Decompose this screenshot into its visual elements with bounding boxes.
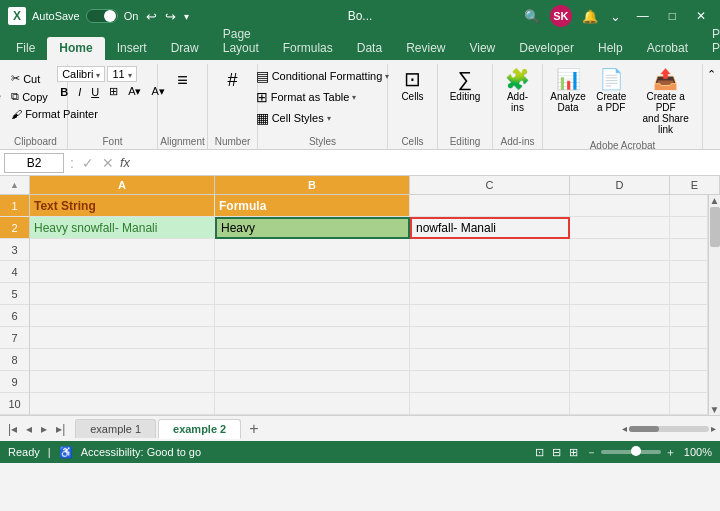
cell-b4[interactable] xyxy=(215,261,410,283)
cell-b7[interactable] xyxy=(215,327,410,349)
tab-file[interactable]: File xyxy=(4,37,47,60)
cell-e4[interactable] xyxy=(670,261,708,283)
minimize-button[interactable]: — xyxy=(631,9,655,23)
more-quick-access[interactable]: ▾ xyxy=(182,9,191,24)
col-header-a[interactable]: A xyxy=(30,176,215,194)
cell-d2[interactable] xyxy=(570,217,670,239)
cell-a9[interactable] xyxy=(30,371,215,393)
cell-e10[interactable] xyxy=(670,393,708,415)
cell-d1[interactable] xyxy=(570,195,670,217)
cell-a10[interactable] xyxy=(30,393,215,415)
autosave-toggle[interactable] xyxy=(86,9,118,23)
cell-b10[interactable] xyxy=(215,393,410,415)
redo-icon[interactable]: ↪ xyxy=(163,7,178,26)
underline-button[interactable]: U xyxy=(88,85,102,99)
sheet-nav-next[interactable]: ▸ xyxy=(37,420,51,438)
cell-a7[interactable] xyxy=(30,327,215,349)
cell-d6[interactable] xyxy=(570,305,670,327)
cell-e3[interactable] xyxy=(670,239,708,261)
sheet-nav-first[interactable]: |◂ xyxy=(4,420,21,438)
cell-a5[interactable] xyxy=(30,283,215,305)
font-size-dropdown[interactable]: 11 ▾ xyxy=(107,66,137,82)
format-as-table-button[interactable]: ⊞ Format as Table ▾ xyxy=(253,87,393,107)
horizontal-scrollbar[interactable] xyxy=(629,426,709,432)
tab-developer[interactable]: Developer xyxy=(507,37,586,60)
cell-a2[interactable]: Heavy snowfall- Manali xyxy=(30,217,215,239)
scroll-down-button[interactable]: ▼ xyxy=(709,404,720,415)
cell-c3[interactable] xyxy=(410,239,570,261)
cell-b5[interactable] xyxy=(215,283,410,305)
zoom-out-button[interactable]: － xyxy=(586,445,597,460)
tab-insert[interactable]: Insert xyxy=(105,37,159,60)
bold-button[interactable]: B xyxy=(57,85,71,99)
cell-d10[interactable] xyxy=(570,393,670,415)
search-icon[interactable]: 🔍 xyxy=(522,7,542,26)
analyze-data-button[interactable]: 📊 AnalyzeData xyxy=(549,66,587,116)
sheet-tab-example2[interactable]: example 2 xyxy=(158,419,241,439)
scroll-thumb[interactable] xyxy=(710,207,720,247)
page-break-view-button[interactable]: ⊞ xyxy=(569,446,578,459)
tab-page-layout[interactable]: Page Layout xyxy=(211,23,271,60)
cell-c1[interactable] xyxy=(410,195,570,217)
sheet-add-button[interactable]: + xyxy=(243,420,264,438)
zoom-slider-container[interactable]: － ＋ xyxy=(586,445,676,460)
bell-icon[interactable]: 🔔 xyxy=(580,7,600,26)
col-header-c[interactable]: C xyxy=(410,176,570,194)
ribbon-collapse-button[interactable]: ⌃ xyxy=(703,64,720,85)
cell-d9[interactable] xyxy=(570,371,670,393)
tab-data[interactable]: Data xyxy=(345,37,394,60)
cell-a6[interactable] xyxy=(30,305,215,327)
horizontal-scrollbar-area[interactable]: ◂ ▸ xyxy=(622,423,716,434)
zoom-level[interactable]: 100% xyxy=(684,446,712,458)
cell-c4[interactable] xyxy=(410,261,570,283)
cell-c2[interactable]: nowfall- Manali xyxy=(410,217,570,239)
undo-icon[interactable]: ↩ xyxy=(144,7,159,26)
cell-d7[interactable] xyxy=(570,327,670,349)
close-button[interactable]: ✕ xyxy=(690,9,712,23)
cell-a8[interactable] xyxy=(30,349,215,371)
cell-b2[interactable]: Heavy xyxy=(215,217,410,239)
cell-e5[interactable] xyxy=(670,283,708,305)
zoom-in-button[interactable]: ＋ xyxy=(665,445,676,460)
normal-view-button[interactable]: ⊡ xyxy=(535,446,544,459)
vertical-scrollbar[interactable]: ▲ ▼ xyxy=(708,195,720,415)
conditional-formatting-button[interactable]: ▤ Conditional Formatting ▾ xyxy=(253,66,393,86)
cell-e6[interactable] xyxy=(670,305,708,327)
ribbon-toggle-icon[interactable]: ⌄ xyxy=(608,7,623,26)
tab-home[interactable]: Home xyxy=(47,37,104,60)
tab-acrobat[interactable]: Acrobat xyxy=(635,37,700,60)
cell-e8[interactable] xyxy=(670,349,708,371)
cell-d3[interactable] xyxy=(570,239,670,261)
cell-d8[interactable] xyxy=(570,349,670,371)
cell-b8[interactable] xyxy=(215,349,410,371)
tab-view[interactable]: View xyxy=(457,37,507,60)
page-layout-view-button[interactable]: ⊟ xyxy=(552,446,561,459)
sheet-nav-prev[interactable]: ◂ xyxy=(22,420,36,438)
col-header-d[interactable]: D xyxy=(570,176,670,194)
cell-a1[interactable]: Text String xyxy=(30,195,215,217)
scroll-left-button[interactable]: ◂ xyxy=(622,423,627,434)
cell-styles-button[interactable]: ▦ Cell Styles ▾ xyxy=(253,108,393,128)
tab-formulas[interactable]: Formulas xyxy=(271,37,345,60)
addins-button[interactable]: 🧩 Add-ins xyxy=(499,66,536,116)
cell-reference-input[interactable] xyxy=(4,153,64,173)
create-pdf-button[interactable]: 📄 Createa PDF xyxy=(593,66,629,116)
create-share-pdf-button[interactable]: 📤 Create a PDFand Share link xyxy=(635,66,696,138)
cell-b6[interactable] xyxy=(215,305,410,327)
sheet-tab-example1[interactable]: example 1 xyxy=(75,419,156,438)
cell-b1[interactable]: Formula xyxy=(215,195,410,217)
cell-b3[interactable] xyxy=(215,239,410,261)
tab-draw[interactable]: Draw xyxy=(159,37,211,60)
scroll-up-button[interactable]: ▲ xyxy=(709,195,720,206)
zoom-slider[interactable] xyxy=(601,450,661,454)
cells-button[interactable]: ⊡ Cells xyxy=(395,66,431,105)
border-button[interactable]: ⊞ xyxy=(106,84,121,99)
cell-c6[interactable] xyxy=(410,305,570,327)
col-header-e[interactable]: E xyxy=(670,176,720,194)
cell-e2[interactable] xyxy=(670,217,708,239)
cell-e7[interactable] xyxy=(670,327,708,349)
fill-color-button[interactable]: A▾ xyxy=(125,84,144,99)
col-header-b[interactable]: B xyxy=(215,176,410,194)
cell-d5[interactable] xyxy=(570,283,670,305)
italic-button[interactable]: I xyxy=(75,85,84,99)
